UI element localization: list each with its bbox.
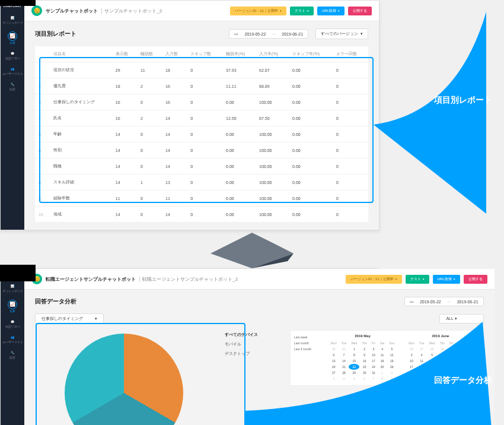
calendar-day[interactable]: 14 — [339, 358, 349, 364]
calendar-day[interactable]: 19 — [426, 364, 437, 370]
calendar-day[interactable]: 2 — [417, 376, 426, 382]
calendar-day[interactable]: 31 — [369, 370, 378, 376]
calendar-day[interactable]: 31 — [339, 346, 349, 352]
test-button[interactable]: テスト▾ — [406, 275, 429, 284]
calendar-day[interactable]: 9 — [359, 352, 369, 358]
calendar-day[interactable]: 21 — [339, 364, 349, 370]
calendar-day[interactable]: 26 — [406, 346, 417, 352]
calendar-day[interactable]: 7 — [447, 352, 455, 358]
calendar-day[interactable]: 30 — [328, 346, 339, 352]
calendar-day[interactable]: 18 — [378, 358, 387, 364]
calendar-day[interactable]: 16 — [359, 358, 369, 364]
calendar-day[interactable]: 21 — [447, 364, 455, 370]
calendar-day[interactable]: 6 — [328, 352, 339, 358]
sidebar-item-dashboard[interactable]: 📊 ダッシュボード — [1, 281, 24, 296]
device-filter-mobile[interactable]: モバイル — [225, 340, 278, 349]
avatar[interactable]: 😊 — [31, 5, 42, 16]
sidebar-item-users[interactable]: 👥 ユーザーリスト — [1, 64, 24, 79]
calendar-day[interactable]: 11 — [417, 358, 426, 364]
calendar-day[interactable]: 6 — [438, 352, 448, 358]
calendar-day[interactable]: 27 — [328, 370, 339, 376]
sidebar-item-settings[interactable]: 🔧 設定 — [1, 347, 24, 363]
date-range-picker[interactable]: ▭ 2019-05-22 → 2019-06-21 — [229, 29, 308, 39]
calendar-day[interactable]: 15 — [349, 358, 359, 364]
calendar-day[interactable]: 26 — [387, 364, 397, 370]
calendar-day[interactable]: 24 — [369, 364, 378, 370]
filter-all[interactable]: ALL ▾ — [439, 314, 483, 323]
preset-last-week[interactable]: Last week — [294, 334, 324, 340]
calendar-day[interactable]: 20 — [438, 364, 448, 370]
sidebar-item-dashboard[interactable]: 📊 ダッシュボード — [1, 12, 24, 28]
calendar-day[interactable]: 8 — [378, 376, 387, 382]
calendar-day[interactable]: 25 — [378, 364, 387, 370]
publish-button[interactable]: 公開する — [348, 7, 372, 15]
calendar-day[interactable]: 18 — [417, 364, 426, 370]
calendar-day[interactable]: 5 — [349, 376, 359, 382]
calendar-day[interactable]: 1 — [406, 376, 417, 382]
calendar-day[interactable]: 10 — [369, 352, 378, 358]
calendar-day[interactable]: 6 — [359, 376, 369, 382]
calendar-day[interactable]: 22 — [349, 364, 359, 370]
preset-last-month[interactable]: Last month — [294, 340, 324, 346]
calendar-day[interactable]: 12 — [387, 352, 397, 358]
calendar-day[interactable]: 23 — [359, 364, 369, 370]
calendar-day[interactable]: 9 — [387, 376, 397, 382]
calendar-day[interactable]: 5 — [387, 346, 397, 352]
table-row[interactable]: 2優先度18216011.1188.890.000 — [35, 78, 368, 94]
calendar-day[interactable]: 15 — [455, 358, 465, 364]
calendar-day[interactable]: 8 — [455, 352, 465, 358]
sidebar-item-flow[interactable]: 💬 会話フロー — [1, 48, 24, 64]
sidebar-item-analysis[interactable]: 📈 分析 — [1, 296, 24, 316]
date-range-picker[interactable]: ▭ 2019-05-22 → 2019-06-21 — [404, 297, 484, 306]
device-filter-desktop[interactable]: デスクトップ — [225, 349, 278, 359]
calendar-day[interactable]: 25 — [417, 370, 426, 376]
calendar-day[interactable]: 22 — [455, 364, 465, 370]
calendar-day[interactable]: 11 — [378, 352, 387, 358]
calendar-day[interactable]: 5 — [426, 352, 437, 358]
calendar-day[interactable]: 1 — [455, 346, 465, 352]
calendar-day[interactable]: 16 — [465, 358, 475, 364]
table-row[interactable]: 9経験年数1101100.00100.000.000 — [35, 191, 368, 207]
calendar-june[interactable]: 2019 June MonTueWedThuFriSatSun262728293… — [401, 334, 479, 382]
calendar-day[interactable]: 2 — [465, 346, 475, 352]
sidebar-item-analysis[interactable]: 📈 分析 — [1, 28, 24, 48]
calendar-day[interactable]: 28 — [426, 346, 437, 352]
version-button[interactable]: バージョンID：11｜公開中▾ — [346, 275, 402, 284]
calendar-day[interactable]: 2 — [387, 370, 397, 376]
table-row[interactable]: 5年齢1401400.00100.000.000 — [35, 126, 368, 142]
url-button[interactable]: URL取得▾ — [433, 275, 460, 284]
calendar-day[interactable]: 19 — [387, 358, 397, 364]
table-row[interactable]: 7職種1401400.00100.000.000 — [35, 158, 368, 175]
table-row[interactable]: 10地域1401400.00100.000.000 — [35, 207, 368, 223]
calendar-day[interactable]: 13 — [438, 358, 448, 364]
calendar-day[interactable]: 9 — [465, 352, 475, 358]
sidebar-item-users[interactable]: 👥 ユーザーリスト — [1, 332, 24, 347]
table-row[interactable]: 6性別1401400.00100.000.000 — [35, 142, 368, 158]
calendar-day[interactable]: 3 — [328, 376, 339, 382]
sidebar-item-settings[interactable]: 🔧 設定 — [1, 79, 24, 94]
calendar-day[interactable]: 1 — [349, 346, 359, 352]
calendar-day[interactable]: 3 — [406, 352, 417, 358]
publish-button[interactable]: 公開する — [464, 275, 487, 284]
question-select[interactable]: 仕事探しのタイミング▾ — [35, 313, 104, 324]
table-row[interactable]: 3仕事探しのタイミング1601600.00100.000.000 — [35, 94, 368, 110]
table-row[interactable]: 1現在の状況291118037.9362.070.000 — [35, 62, 368, 78]
table-row[interactable]: 8スキル詳細1411300.00100.000.000 — [35, 175, 368, 191]
calendar-day[interactable]: 7 — [339, 352, 349, 358]
test-button[interactable]: テスト▾ — [290, 7, 314, 15]
sidebar-item-flow[interactable]: 💬 会話フロー — [1, 316, 24, 332]
calendar-day[interactable]: 4 — [378, 346, 387, 352]
table-row[interactable]: 4氏名16214012.5087.500.000 — [35, 110, 368, 126]
calendar-day[interactable]: 23 — [465, 364, 475, 370]
calendar-day[interactable]: 2 — [359, 346, 369, 352]
url-button[interactable]: URL取得▾ — [317, 7, 344, 15]
preset-last-3month[interactable]: Last 3 month — [294, 346, 324, 352]
calendar-day[interactable]: 17 — [406, 364, 417, 370]
calendar-day[interactable]: 3 — [369, 346, 378, 352]
version-select[interactable]: すべてのバージョン ▾ — [315, 28, 368, 39]
calendar-day[interactable]: 29 — [349, 370, 359, 376]
calendar-day[interactable]: 29 — [438, 346, 448, 352]
calendar-day[interactable]: 4 — [339, 376, 349, 382]
calendar-day[interactable]: 28 — [339, 370, 349, 376]
calendar-may[interactable]: 2019 May MonTueWedThuFriSatSun3031123456… — [324, 334, 401, 382]
